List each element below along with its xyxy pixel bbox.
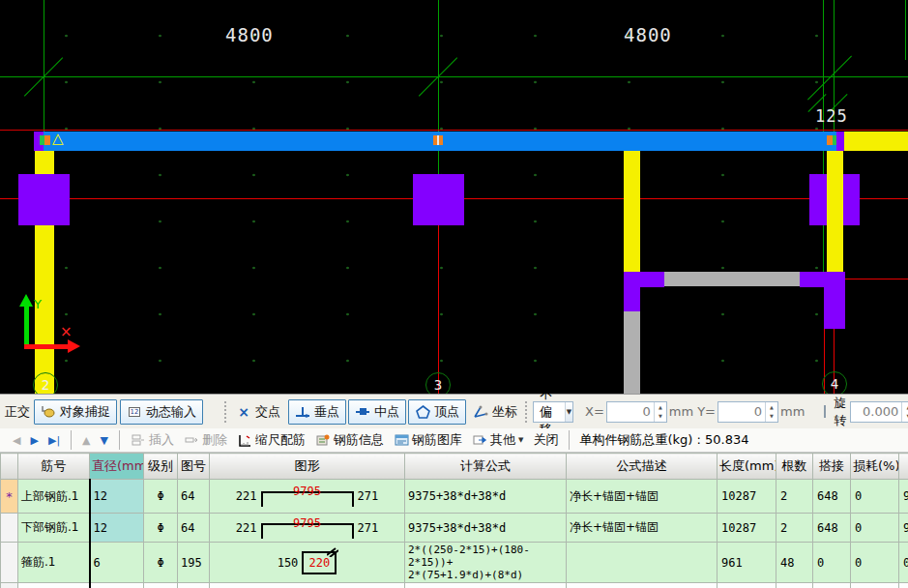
cell-lap[interactable]: 648	[813, 514, 851, 543]
frame-beam-gray[interactable]	[664, 272, 800, 286]
row-selector[interactable]	[1, 583, 18, 588]
cell-figure[interactable]: 195	[178, 543, 210, 583]
cell-unit-weight[interactable]: 9.	[899, 480, 908, 514]
scale-rebar-button[interactable]: 缩尺配筋	[232, 430, 310, 450]
cell-shape[interactable]	[210, 583, 405, 588]
cell-name[interactable]: 下部钢筋.1	[18, 514, 90, 543]
header-unit-weight[interactable]: 单	[899, 454, 908, 480]
beam-yellow-segment[interactable]	[844, 132, 908, 151]
y-spin-up-icon[interactable]: ▲	[766, 403, 777, 412]
header-shape[interactable]: 图形	[210, 454, 405, 480]
move-down-button[interactable]: ▼	[96, 433, 113, 448]
y-spinner[interactable]: ▲▼	[765, 402, 777, 422]
cell-calc[interactable]: 9375+38*d+38*d	[405, 480, 567, 514]
header-name[interactable]: 筋号	[18, 454, 90, 480]
x-spin-down-icon[interactable]: ▼	[655, 412, 666, 421]
cell-calc[interactable]: 9375+38*d+38*d	[405, 514, 567, 543]
x-spin-up-icon[interactable]: ▲	[655, 403, 666, 412]
midpoint-button[interactable]: 中点	[348, 399, 406, 425]
beam-mid-node-orange[interactable]	[433, 135, 443, 145]
rebar-info-button[interactable]: 钢筋信息	[310, 430, 389, 450]
y-spin-down-icon[interactable]: ▼	[766, 412, 777, 421]
cell-calc[interactable]: 2*((250-2*15)+(180-2*15))+ 2*(75+1.9*d)+…	[405, 543, 567, 583]
header-figure[interactable]: 图号	[178, 454, 210, 480]
header-loss[interactable]: 损耗(%)	[851, 454, 899, 480]
header-selector[interactable]	[1, 454, 18, 480]
next-record-button[interactable]: ▶	[25, 433, 43, 448]
cell-lap[interactable]	[813, 583, 851, 588]
cell-grade[interactable]: Φ	[144, 514, 178, 543]
cell-loss[interactable]	[851, 583, 899, 588]
header-length[interactable]: 长度(mm)	[718, 454, 776, 480]
rotate-spinner[interactable]: ▲▼	[901, 402, 908, 422]
x-input[interactable]: 0 ▲▼	[606, 401, 667, 423]
cell-loss[interactable]: 0	[851, 480, 899, 514]
delete-row-button[interactable]: 删除	[179, 430, 232, 450]
last-record-button[interactable]: ▶|	[44, 433, 65, 448]
cell-calc[interactable]	[405, 583, 567, 588]
frame-column-right[interactable]	[824, 272, 845, 329]
close-button[interactable]: 关闭	[528, 430, 563, 450]
offset-dropdown[interactable]: 不偏移 ▼	[533, 401, 573, 423]
x-spinner[interactable]: ▲▼	[654, 402, 666, 422]
rotate-value[interactable]: 0.000	[851, 402, 901, 422]
cell-diameter[interactable]: 12	[90, 480, 144, 514]
cell-length[interactable]: 10287	[718, 514, 776, 543]
cell-desc[interactable]: 净长+锚固+锚固	[567, 480, 718, 514]
row-selector[interactable]: *	[1, 480, 18, 514]
offset-dropdown-arrow-icon[interactable]: ▼	[565, 402, 572, 422]
header-grade[interactable]: 级别	[144, 454, 178, 480]
cell-diameter[interactable]: 6	[90, 543, 144, 583]
y-input[interactable]: 0 ▲▼	[718, 401, 778, 423]
cell-unit-weight[interactable]	[899, 583, 908, 588]
beam-right-support[interactable]	[836, 132, 844, 151]
beam-left-node-orange[interactable]	[44, 135, 50, 145]
cell-count[interactable]: 2	[776, 480, 813, 514]
cell-diameter[interactable]: 12	[90, 514, 144, 543]
header-lap[interactable]: 搭接	[813, 454, 851, 480]
vertex-button[interactable]: 顶点	[408, 399, 466, 425]
toolbar-gripper-2[interactable]	[525, 401, 527, 423]
cell-loss[interactable]: 0	[851, 543, 899, 583]
x-value[interactable]: 0	[607, 402, 654, 422]
column-axis2[interactable]	[18, 174, 70, 225]
column-axis3[interactable]	[413, 174, 464, 225]
cell-shape[interactable]: 221 9795 271	[210, 480, 405, 514]
cell-name[interactable]: 上部钢筋.1	[18, 480, 90, 514]
cell-length[interactable]	[718, 583, 776, 588]
cell-figure[interactable]: 64	[178, 514, 210, 543]
insert-row-button[interactable]: 插入	[126, 430, 179, 450]
cell-desc[interactable]	[567, 583, 718, 588]
cell-name[interactable]	[18, 583, 90, 588]
other-menu-button[interactable]: 其他 ▼	[467, 430, 528, 450]
row-selector[interactable]	[1, 514, 18, 543]
cell-grade[interactable]: Φ	[144, 543, 178, 583]
y-value[interactable]: 0	[718, 402, 765, 422]
cell-length[interactable]: 10287	[718, 480, 776, 514]
rotate-checkbox[interactable]	[824, 405, 826, 418]
wall-stem-right[interactable]	[827, 151, 843, 272]
cell-figure[interactable]: 64	[178, 480, 210, 514]
wall-stem-left[interactable]	[624, 151, 640, 272]
cell-diameter[interactable]	[90, 583, 144, 588]
ortho-label[interactable]: 正交	[5, 403, 30, 421]
frame-stub-left[interactable]	[624, 287, 640, 311]
header-calc[interactable]: 计算公式	[405, 454, 567, 480]
dynamic-input-button[interactable]: 12 动态输入	[120, 399, 203, 425]
cell-grade[interactable]: Φ	[144, 480, 178, 514]
cell-unit-weight[interactable]: 9.	[899, 514, 908, 543]
cell-desc[interactable]	[567, 543, 718, 583]
frame-corner-left[interactable]	[624, 272, 664, 287]
row-selector[interactable]	[1, 543, 18, 583]
cell-lap[interactable]: 0	[813, 543, 851, 583]
cell-grade[interactable]	[144, 583, 178, 588]
cell-name[interactable]: 箍筋.1	[18, 543, 90, 583]
cell-figure[interactable]	[178, 583, 210, 588]
coordinate-item[interactable]: 坐标	[469, 401, 521, 423]
header-desc[interactable]: 公式描述	[567, 454, 718, 480]
cell-loss[interactable]: 0	[851, 514, 899, 543]
cell-count[interactable]: 48	[776, 543, 813, 583]
rotate-input[interactable]: 0.000 ▲▼	[850, 401, 908, 423]
cell-lap[interactable]: 648	[813, 480, 851, 514]
cell-shape[interactable]: 150 220	[210, 543, 405, 583]
